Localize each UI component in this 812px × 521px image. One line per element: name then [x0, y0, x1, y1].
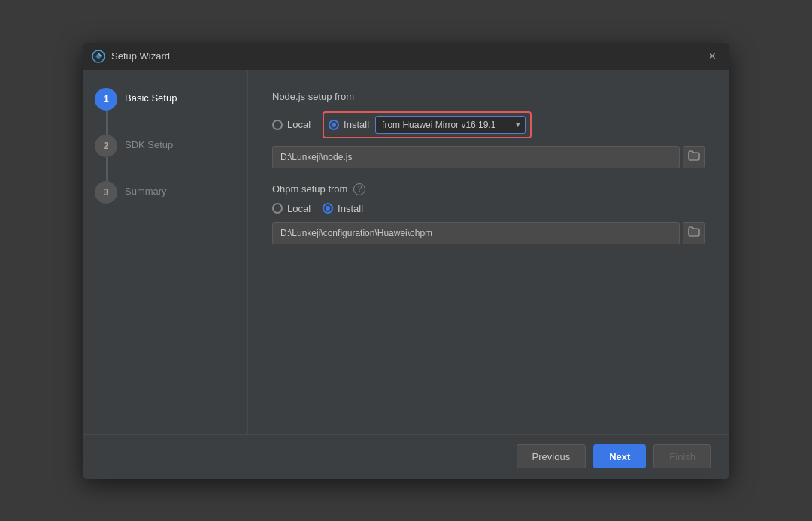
nodejs-local-label: Local [287, 119, 311, 130]
ohpm-path-row [272, 222, 705, 244]
sidebar-item-sdk-setup[interactable]: SDK Setup [125, 135, 173, 150]
ohpm-install-option[interactable]: Install [323, 203, 363, 214]
nodejs-folder-button[interactable] [683, 146, 705, 168]
ohpm-source-group: Local Install [272, 203, 705, 214]
nodejs-mirror-select[interactable]: from Huawei Mirror v16.19.1 from Officia… [375, 116, 526, 134]
ohpm-section-row: Ohpm setup from ? [272, 183, 705, 195]
ohpm-folder-button[interactable] [683, 222, 705, 244]
nodejs-local-option[interactable]: Local [272, 119, 311, 130]
ohpm-local-label: Local [287, 203, 311, 214]
ohpm-local-option[interactable]: Local [272, 203, 311, 214]
setup-wizard-dialog: Setup Wizard × 1 Basic Setup 2 [83, 43, 729, 479]
main-content: Node.js setup from Local Install from Hu… [248, 70, 729, 434]
footer: Previous Next Finish [83, 434, 729, 479]
close-button[interactable]: × [704, 48, 720, 65]
sidebar-item-basic-setup[interactable]: Basic Setup [125, 88, 177, 104]
nodejs-install-option[interactable]: Install [329, 119, 369, 130]
step-item-3: 3 Summary [95, 181, 235, 204]
nodejs-source-group: Local Install from Huawei Mirror v16.19.… [272, 111, 705, 138]
ohpm-path-input[interactable] [272, 222, 680, 244]
nodejs-path-input[interactable] [272, 146, 680, 168]
step-item-2: 2 SDK Setup [95, 135, 235, 157]
nodejs-mirror-select-wrapper: from Huawei Mirror v16.19.1 from Officia… [375, 116, 526, 134]
step-item-1: 1 Basic Setup [95, 88, 235, 111]
nodejs-install-radio[interactable] [329, 120, 339, 130]
ohpm-local-radio[interactable] [272, 203, 283, 214]
sidebar-item-summary[interactable]: Summary [125, 181, 167, 197]
app-icon [92, 50, 105, 63]
step-circle-2: 2 [95, 135, 117, 157]
ohpm-section-title: Ohpm setup from [272, 183, 347, 195]
ohpm-install-radio[interactable] [323, 203, 333, 214]
content-area: 1 Basic Setup 2 SDK Setup [83, 70, 729, 434]
nodejs-section-title: Node.js setup from [272, 91, 705, 102]
step-connector-2-3 [106, 157, 108, 181]
ohpm-folder-icon [688, 226, 700, 239]
next-button[interactable]: Next [593, 444, 646, 468]
nodejs-install-highlighted: Install from Huawei Mirror v16.19.1 from… [323, 111, 532, 138]
title-bar: Setup Wizard × [83, 43, 729, 70]
finish-button[interactable]: Finish [653, 444, 711, 468]
nodejs-local-radio[interactable] [272, 120, 283, 130]
nodejs-install-label: Install [344, 119, 369, 130]
nodejs-path-row [272, 146, 705, 168]
sidebar: 1 Basic Setup 2 SDK Setup [83, 70, 248, 434]
nodejs-folder-icon [688, 150, 700, 163]
ohpm-install-label: Install [338, 203, 363, 214]
ohpm-help-icon[interactable]: ? [353, 183, 365, 195]
window-title: Setup Wizard [111, 50, 704, 62]
step-circle-1: 1 [95, 88, 117, 111]
step-connector-1-2 [106, 111, 108, 135]
previous-button[interactable]: Previous [517, 444, 586, 468]
step-circle-3: 3 [95, 181, 117, 204]
